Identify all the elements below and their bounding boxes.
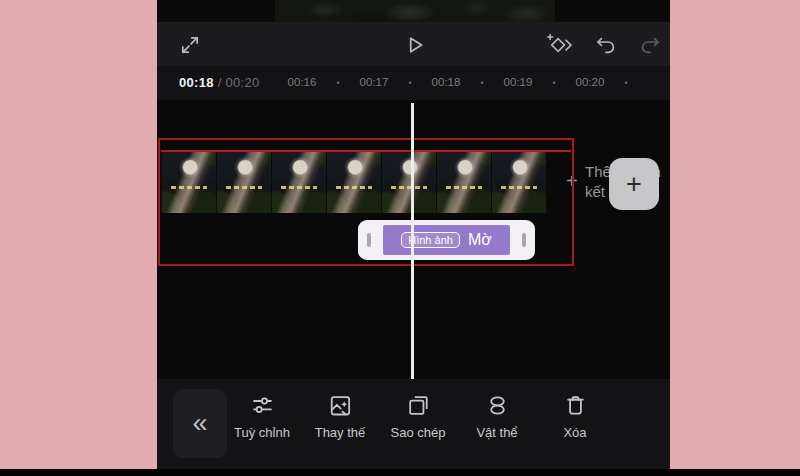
object-layers-icon [484,379,511,419]
playback-time-label: 00:18 / 00:20 [179,75,266,90]
video-editor-app: 00:16 • 00:17 • 00:18 • 00:19 • 00:20 • … [157,0,670,476]
clip-thumbnail[interactable] [382,152,437,213]
ruler-tick: 00:20 [576,76,605,88]
clip-thumbnail[interactable] [327,152,382,213]
time-separator: / [218,75,222,90]
undo-icon [594,33,618,57]
video-clip-strip[interactable] [162,152,547,213]
toolbar-item-label: Vật thể [476,425,517,440]
annotation-red-line [161,150,571,152]
clip-effect-name: Mờ [468,231,492,249]
clip-thumbnail[interactable] [272,152,327,213]
play-button[interactable] [399,30,429,60]
trash-icon [562,379,589,419]
toolbar-item-delete[interactable]: Xóa [537,379,613,469]
selected-overlay-clip[interactable]: Hình ảnh Mờ [358,220,535,260]
add-ending-plus-glyph: + [566,170,578,193]
redo-icon [638,33,662,57]
ruler-dot: • [408,78,411,88]
screenshot-stage: 00:16 • 00:17 • 00:18 • 00:19 • 00:20 • … [0,0,800,476]
undo-button[interactable] [591,30,621,60]
trim-handle-left[interactable] [367,233,371,247]
total-duration: 00:20 [226,75,260,90]
current-time: 00:18 [179,75,214,90]
clip-thumbnail[interactable] [492,152,547,213]
top-toolbar [157,22,670,66]
adjust-sliders-icon [249,379,276,419]
timeline-track-area[interactable]: + Thêm phần kết + Hình ảnh Mờ [157,100,670,379]
clip-thumbnail[interactable] [162,152,217,213]
pillarbox-left [0,0,157,476]
fullscreen-button[interactable] [175,30,205,60]
clip-thumbnail[interactable] [437,152,492,213]
ruler-dot: • [480,78,483,88]
overlay-clip-bar[interactable]: Hình ảnh Mờ [383,225,510,255]
toolbar-item-replace[interactable]: Thay thế [302,379,378,469]
keyframe-button[interactable] [543,30,577,60]
toolbar-item-label: Sao chép [391,425,446,440]
toolbar-item-object[interactable]: Vật thể [459,379,535,469]
playhead-line [411,103,414,379]
ruler-dot: • [552,78,555,88]
bottom-toolbar: « Tuỳ chỉnh [157,379,670,469]
pillarbox-right [670,0,800,476]
add-clip-button[interactable]: + [609,158,659,210]
toolbar-item-label: Thay thế [315,425,366,440]
play-icon [401,32,427,58]
ruler-tick: 00:18 [432,76,461,88]
frame-bottom-edge [0,469,800,476]
clip-thumbnail[interactable] [217,152,272,213]
toolbar-item-label: Tuỳ chỉnh [234,425,290,440]
timeline-ruler[interactable]: 00:16 • 00:17 • 00:18 • 00:19 • 00:20 • … [157,66,670,100]
redo-button[interactable] [635,30,665,60]
trim-handle-right[interactable] [522,233,526,247]
video-preview-bottom-edge [275,0,555,22]
toolbar-item-label: Xóa [563,425,586,440]
plus-icon: + [626,169,642,200]
copy-icon [405,379,432,419]
ruler-dot: • [336,78,339,88]
chevron-double-left-icon: « [192,408,207,439]
fullscreen-icon [178,33,202,57]
toolbar-item-copy[interactable]: Sao chép [380,379,456,469]
ruler-tick: 00:17 [360,76,389,88]
ruler-dot: • [624,78,627,88]
keyframe-add-icon [545,32,575,58]
toolbar-item-adjust[interactable]: Tuỳ chỉnh [224,379,300,469]
ruler-tick: 00:19 [504,76,533,88]
replace-image-icon [327,379,354,419]
ruler-tick: 00:16 [288,76,317,88]
collapse-toolbar-button[interactable]: « [173,389,227,458]
